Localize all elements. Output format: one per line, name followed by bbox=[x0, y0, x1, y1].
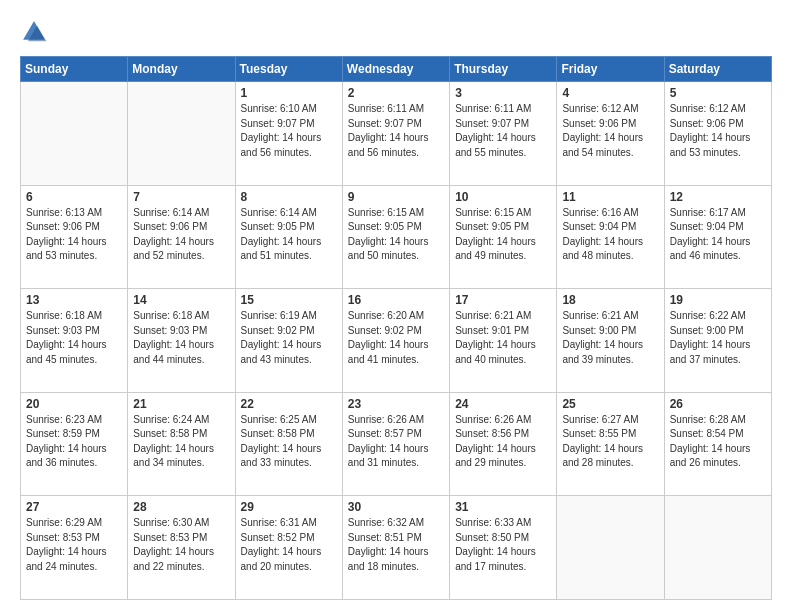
calendar-cell: 4Sunrise: 6:12 AMSunset: 9:06 PMDaylight… bbox=[557, 82, 664, 186]
day-number: 26 bbox=[670, 397, 766, 411]
calendar-cell: 12Sunrise: 6:17 AMSunset: 9:04 PMDayligh… bbox=[664, 185, 771, 289]
calendar-cell: 19Sunrise: 6:22 AMSunset: 9:00 PMDayligh… bbox=[664, 289, 771, 393]
weekday-header-friday: Friday bbox=[557, 57, 664, 82]
day-number: 7 bbox=[133, 190, 229, 204]
weekday-header-wednesday: Wednesday bbox=[342, 57, 449, 82]
day-info: Sunrise: 6:10 AMSunset: 9:07 PMDaylight:… bbox=[241, 102, 337, 160]
day-info: Sunrise: 6:14 AMSunset: 9:06 PMDaylight:… bbox=[133, 206, 229, 264]
calendar-cell: 15Sunrise: 6:19 AMSunset: 9:02 PMDayligh… bbox=[235, 289, 342, 393]
day-info: Sunrise: 6:23 AMSunset: 8:59 PMDaylight:… bbox=[26, 413, 122, 471]
calendar-cell: 22Sunrise: 6:25 AMSunset: 8:58 PMDayligh… bbox=[235, 392, 342, 496]
header bbox=[20, 18, 772, 46]
calendar-table: SundayMondayTuesdayWednesdayThursdayFrid… bbox=[20, 56, 772, 600]
day-number: 17 bbox=[455, 293, 551, 307]
day-info: Sunrise: 6:17 AMSunset: 9:04 PMDaylight:… bbox=[670, 206, 766, 264]
day-number: 1 bbox=[241, 86, 337, 100]
day-info: Sunrise: 6:20 AMSunset: 9:02 PMDaylight:… bbox=[348, 309, 444, 367]
day-info: Sunrise: 6:12 AMSunset: 9:06 PMDaylight:… bbox=[562, 102, 658, 160]
calendar-cell: 29Sunrise: 6:31 AMSunset: 8:52 PMDayligh… bbox=[235, 496, 342, 600]
day-number: 15 bbox=[241, 293, 337, 307]
calendar-cell: 30Sunrise: 6:32 AMSunset: 8:51 PMDayligh… bbox=[342, 496, 449, 600]
day-info: Sunrise: 6:11 AMSunset: 9:07 PMDaylight:… bbox=[348, 102, 444, 160]
day-info: Sunrise: 6:15 AMSunset: 9:05 PMDaylight:… bbox=[455, 206, 551, 264]
calendar-body: 1Sunrise: 6:10 AMSunset: 9:07 PMDaylight… bbox=[21, 82, 772, 600]
calendar-cell: 2Sunrise: 6:11 AMSunset: 9:07 PMDaylight… bbox=[342, 82, 449, 186]
day-number: 29 bbox=[241, 500, 337, 514]
day-number: 25 bbox=[562, 397, 658, 411]
day-number: 24 bbox=[455, 397, 551, 411]
calendar-cell: 27Sunrise: 6:29 AMSunset: 8:53 PMDayligh… bbox=[21, 496, 128, 600]
day-number: 11 bbox=[562, 190, 658, 204]
calendar-cell: 25Sunrise: 6:27 AMSunset: 8:55 PMDayligh… bbox=[557, 392, 664, 496]
calendar-cell: 26Sunrise: 6:28 AMSunset: 8:54 PMDayligh… bbox=[664, 392, 771, 496]
week-row-2: 6Sunrise: 6:13 AMSunset: 9:06 PMDaylight… bbox=[21, 185, 772, 289]
day-info: Sunrise: 6:26 AMSunset: 8:56 PMDaylight:… bbox=[455, 413, 551, 471]
day-number: 9 bbox=[348, 190, 444, 204]
logo-icon bbox=[20, 18, 48, 46]
day-info: Sunrise: 6:16 AMSunset: 9:04 PMDaylight:… bbox=[562, 206, 658, 264]
day-info: Sunrise: 6:15 AMSunset: 9:05 PMDaylight:… bbox=[348, 206, 444, 264]
calendar-cell: 8Sunrise: 6:14 AMSunset: 9:05 PMDaylight… bbox=[235, 185, 342, 289]
day-number: 13 bbox=[26, 293, 122, 307]
day-number: 2 bbox=[348, 86, 444, 100]
page: SundayMondayTuesdayWednesdayThursdayFrid… bbox=[0, 0, 792, 612]
day-info: Sunrise: 6:19 AMSunset: 9:02 PMDaylight:… bbox=[241, 309, 337, 367]
weekday-header-sunday: Sunday bbox=[21, 57, 128, 82]
calendar-cell: 20Sunrise: 6:23 AMSunset: 8:59 PMDayligh… bbox=[21, 392, 128, 496]
day-info: Sunrise: 6:18 AMSunset: 9:03 PMDaylight:… bbox=[26, 309, 122, 367]
calendar-cell: 9Sunrise: 6:15 AMSunset: 9:05 PMDaylight… bbox=[342, 185, 449, 289]
day-number: 30 bbox=[348, 500, 444, 514]
day-info: Sunrise: 6:32 AMSunset: 8:51 PMDaylight:… bbox=[348, 516, 444, 574]
calendar-cell: 1Sunrise: 6:10 AMSunset: 9:07 PMDaylight… bbox=[235, 82, 342, 186]
day-info: Sunrise: 6:25 AMSunset: 8:58 PMDaylight:… bbox=[241, 413, 337, 471]
day-info: Sunrise: 6:12 AMSunset: 9:06 PMDaylight:… bbox=[670, 102, 766, 160]
day-number: 23 bbox=[348, 397, 444, 411]
day-info: Sunrise: 6:11 AMSunset: 9:07 PMDaylight:… bbox=[455, 102, 551, 160]
day-info: Sunrise: 6:26 AMSunset: 8:57 PMDaylight:… bbox=[348, 413, 444, 471]
day-number: 6 bbox=[26, 190, 122, 204]
day-number: 31 bbox=[455, 500, 551, 514]
day-info: Sunrise: 6:33 AMSunset: 8:50 PMDaylight:… bbox=[455, 516, 551, 574]
calendar-cell: 17Sunrise: 6:21 AMSunset: 9:01 PMDayligh… bbox=[450, 289, 557, 393]
calendar-cell: 11Sunrise: 6:16 AMSunset: 9:04 PMDayligh… bbox=[557, 185, 664, 289]
calendar-cell: 13Sunrise: 6:18 AMSunset: 9:03 PMDayligh… bbox=[21, 289, 128, 393]
weekday-header-tuesday: Tuesday bbox=[235, 57, 342, 82]
calendar-cell: 3Sunrise: 6:11 AMSunset: 9:07 PMDaylight… bbox=[450, 82, 557, 186]
calendar-cell: 7Sunrise: 6:14 AMSunset: 9:06 PMDaylight… bbox=[128, 185, 235, 289]
day-info: Sunrise: 6:22 AMSunset: 9:00 PMDaylight:… bbox=[670, 309, 766, 367]
day-number: 18 bbox=[562, 293, 658, 307]
weekday-header-saturday: Saturday bbox=[664, 57, 771, 82]
calendar-cell bbox=[664, 496, 771, 600]
day-info: Sunrise: 6:28 AMSunset: 8:54 PMDaylight:… bbox=[670, 413, 766, 471]
calendar-cell bbox=[21, 82, 128, 186]
day-number: 8 bbox=[241, 190, 337, 204]
day-info: Sunrise: 6:14 AMSunset: 9:05 PMDaylight:… bbox=[241, 206, 337, 264]
week-row-5: 27Sunrise: 6:29 AMSunset: 8:53 PMDayligh… bbox=[21, 496, 772, 600]
day-number: 20 bbox=[26, 397, 122, 411]
day-info: Sunrise: 6:30 AMSunset: 8:53 PMDaylight:… bbox=[133, 516, 229, 574]
day-number: 3 bbox=[455, 86, 551, 100]
weekday-header-monday: Monday bbox=[128, 57, 235, 82]
calendar-cell: 31Sunrise: 6:33 AMSunset: 8:50 PMDayligh… bbox=[450, 496, 557, 600]
day-info: Sunrise: 6:13 AMSunset: 9:06 PMDaylight:… bbox=[26, 206, 122, 264]
calendar-header: SundayMondayTuesdayWednesdayThursdayFrid… bbox=[21, 57, 772, 82]
day-number: 22 bbox=[241, 397, 337, 411]
logo bbox=[20, 18, 52, 46]
day-number: 16 bbox=[348, 293, 444, 307]
day-info: Sunrise: 6:29 AMSunset: 8:53 PMDaylight:… bbox=[26, 516, 122, 574]
week-row-4: 20Sunrise: 6:23 AMSunset: 8:59 PMDayligh… bbox=[21, 392, 772, 496]
day-info: Sunrise: 6:24 AMSunset: 8:58 PMDaylight:… bbox=[133, 413, 229, 471]
day-info: Sunrise: 6:21 AMSunset: 9:00 PMDaylight:… bbox=[562, 309, 658, 367]
day-number: 19 bbox=[670, 293, 766, 307]
weekday-row: SundayMondayTuesdayWednesdayThursdayFrid… bbox=[21, 57, 772, 82]
day-number: 10 bbox=[455, 190, 551, 204]
day-info: Sunrise: 6:18 AMSunset: 9:03 PMDaylight:… bbox=[133, 309, 229, 367]
calendar-cell: 18Sunrise: 6:21 AMSunset: 9:00 PMDayligh… bbox=[557, 289, 664, 393]
weekday-header-thursday: Thursday bbox=[450, 57, 557, 82]
day-number: 5 bbox=[670, 86, 766, 100]
calendar-cell: 6Sunrise: 6:13 AMSunset: 9:06 PMDaylight… bbox=[21, 185, 128, 289]
calendar-cell: 10Sunrise: 6:15 AMSunset: 9:05 PMDayligh… bbox=[450, 185, 557, 289]
day-info: Sunrise: 6:21 AMSunset: 9:01 PMDaylight:… bbox=[455, 309, 551, 367]
day-number: 21 bbox=[133, 397, 229, 411]
day-number: 14 bbox=[133, 293, 229, 307]
